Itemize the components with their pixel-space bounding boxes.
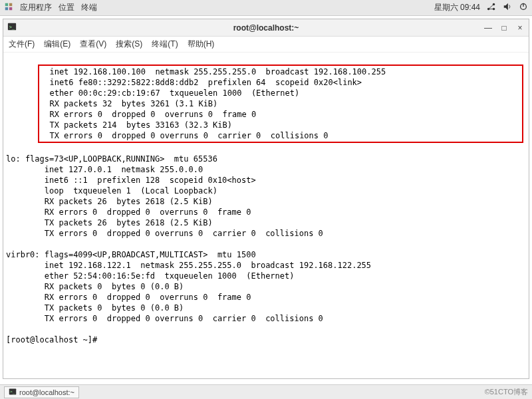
power-icon[interactable]	[519, 2, 528, 13]
svg-rect-3	[9, 7, 12, 10]
activities-icon	[4, 2, 13, 13]
svg-rect-1	[9, 3, 12, 6]
menu-help[interactable]: 帮助(H)	[188, 39, 215, 50]
titlebar[interactable]: >_ root@localhost:~ — □ ×	[3, 19, 529, 37]
svg-rect-2	[5, 7, 8, 10]
menu-applications[interactable]: 应用程序	[20, 2, 52, 13]
taskbar: >_ root@localhost:~ ©51CTO博客	[0, 384, 532, 399]
menu-terminal[interactable]: 终端	[81, 2, 97, 13]
menu-file[interactable]: 文件(F)	[9, 39, 35, 50]
menu-places[interactable]: 位置	[59, 2, 74, 13]
menu-edit[interactable]: 编辑(E)	[44, 39, 70, 50]
svg-rect-0	[5, 3, 8, 6]
svg-text:>_: >_	[10, 389, 15, 394]
clock[interactable]: 星期六 09:44	[434, 2, 480, 13]
system-bar: 应用程序 位置 终端 星期六 09:44	[0, 0, 532, 16]
network-icon[interactable]	[487, 2, 496, 13]
menu-terminal[interactable]: 终端(T)	[152, 39, 178, 50]
menubar: 文件(F) 编辑(E) 查看(V) 搜索(S) 终端(T) 帮助(H)	[3, 37, 529, 53]
taskbar-terminal-icon: >_	[9, 388, 17, 397]
terminal-window: >_ root@localhost:~ — □ × 文件(F) 编辑(E) 查看…	[3, 19, 529, 379]
volume-icon[interactable]	[503, 2, 512, 13]
menu-view[interactable]: 查看(V)	[80, 39, 106, 50]
taskbar-item-terminal[interactable]: >_ root@localhost:~	[4, 386, 79, 398]
terminal-output[interactable]: inet 192.168.100.100 netmask 255.255.255…	[3, 53, 529, 378]
menu-search[interactable]: 搜索(S)	[116, 39, 142, 50]
watermark: ©51CTO博客	[485, 387, 528, 397]
svg-marker-9	[504, 3, 508, 11]
taskbar-item-label: root@localhost:~	[19, 388, 74, 396]
highlighted-interface-block: inet 192.168.100.100 netmask 255.255.255…	[38, 65, 523, 143]
window-title: root@localhost:~	[3, 23, 529, 33]
